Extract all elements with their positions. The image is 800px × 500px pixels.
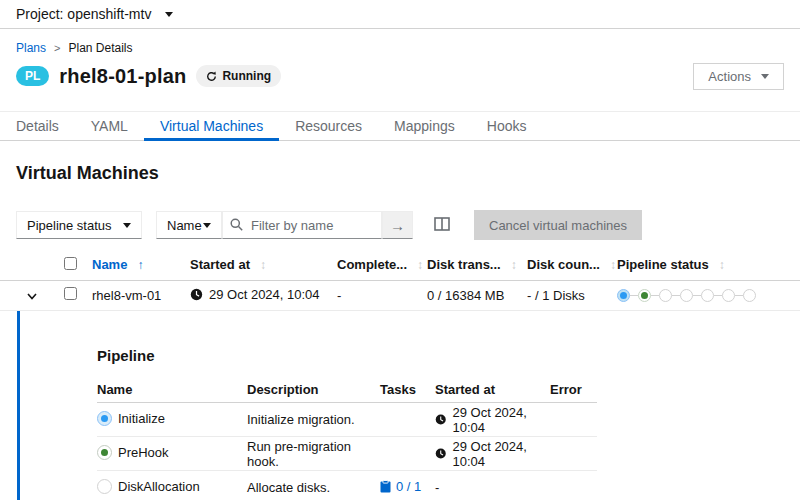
tab-resources[interactable]: Resources <box>279 112 378 140</box>
vm-started-value: 29 Oct 2024, 10:04 <box>209 287 320 302</box>
status-badge-label: Running <box>222 69 271 83</box>
step-started-value: 29 Oct 2024, 10:04 <box>452 405 550 435</box>
select-all-header <box>64 250 92 280</box>
col-name[interactable]: Name↑ <box>92 250 190 280</box>
step-name: PreHook <box>118 445 169 460</box>
pipeline-title: Pipeline <box>97 347 800 364</box>
tab-details[interactable]: Details <box>0 112 75 140</box>
pipeline-step-pending <box>701 289 714 302</box>
pipeline-header-row: Name Description Tasks Started at Error <box>97 377 597 403</box>
breadcrumb-plans-link[interactable]: Plans <box>16 41 46 55</box>
step-description-cell: Run pre-migration hook. <box>247 437 380 471</box>
tab-mappings[interactable]: Mappings <box>378 112 471 140</box>
filter-attribute-select[interactable]: Name <box>156 211 222 239</box>
tab-virtual-machines[interactable]: Virtual Machines <box>144 112 279 140</box>
vm-disk-transfer-cell: 0 / 16384 MB <box>427 280 527 310</box>
actions-button-label: Actions <box>708 69 751 84</box>
pipeline-step-pending <box>659 289 672 302</box>
pipeline-step-running <box>617 289 630 302</box>
pipeline-step-pending <box>722 289 735 302</box>
tasks-count: 0 / 1 <box>380 479 421 494</box>
col-disk-counter[interactable]: Disk coun...↕ <box>527 250 617 280</box>
step-running-icon <box>97 411 112 426</box>
breadcrumb-separator: > <box>54 42 60 54</box>
apply-filter-button[interactable]: → <box>382 211 413 239</box>
step-error-cell <box>550 437 597 471</box>
tab-hooks[interactable]: Hooks <box>471 112 543 140</box>
select-all-checkbox[interactable] <box>64 257 77 270</box>
project-selector-label: Project: openshift-mtv <box>16 6 151 22</box>
col-disk-counter-label: Disk coun... <box>527 257 600 272</box>
step-name: Initialize <box>118 411 165 426</box>
col-started-at[interactable]: Started at↕ <box>190 250 337 280</box>
columns-icon <box>434 217 450 231</box>
expand-cell <box>0 280 64 310</box>
step-name-cell: Initialize <box>97 403 247 437</box>
pipeline-step-pending <box>680 289 693 302</box>
col-completed-at[interactable]: Complete...↕ <box>337 250 427 280</box>
col-name-label: Name <box>92 257 127 272</box>
step-success-icon <box>97 445 112 460</box>
page-header: Plans > Plan Details PL rhel8-01-plan Ru… <box>0 29 800 111</box>
tasks-count-value: 0 / 1 <box>396 479 421 494</box>
vm-completed-cell: - <box>337 280 427 310</box>
step-name: DiskAllocation <box>118 479 200 494</box>
clock-icon <box>435 447 446 460</box>
toolbar: Pipeline status Name → Cancel virtual ma… <box>16 210 784 240</box>
manage-columns-button[interactable] <box>432 215 452 236</box>
project-selector[interactable]: Project: openshift-mtv <box>16 6 173 22</box>
tab-yaml[interactable]: YAML <box>75 112 144 140</box>
step-tasks-cell <box>380 403 435 437</box>
status-badge: Running <box>196 65 281 87</box>
masthead: Project: openshift-mtv <box>0 0 800 29</box>
step-tasks-cell: 0 / 1 <box>380 471 435 500</box>
vm-table: Name↑ Started at↕ Complete...↕ Disk tran… <box>0 250 800 311</box>
title-row: PL rhel8-01-plan Running Actions <box>16 61 784 91</box>
pipeline-row-initialize: Initialize Initialize migration. 29 Oct … <box>97 403 597 437</box>
pipeline-step-success <box>638 289 651 302</box>
col-disk-transfer-label: Disk trans... <box>427 257 501 272</box>
search-wrap <box>222 211 382 239</box>
expanded-row-section: Pipeline Name Description Tasks Started … <box>17 311 800 500</box>
vm-pipeline-status-cell <box>617 280 800 310</box>
clock-icon <box>190 288 203 301</box>
pipeline-status-filter-label: Pipeline status <box>27 218 112 233</box>
pipe-col-name: Name <box>97 377 247 403</box>
row-select-checkbox[interactable] <box>64 287 77 300</box>
vm-table-header-row: Name↑ Started at↕ Complete...↕ Disk tran… <box>0 250 800 280</box>
tab-bar: Details YAML Virtual Machines Resources … <box>0 111 800 141</box>
pipeline-row-prehook: PreHook Run pre-migration hook. 29 Oct 2… <box>97 437 597 471</box>
pipeline-step-pending <box>743 289 756 302</box>
col-started-label: Started at <box>190 257 250 272</box>
col-pipeline-status-label: Pipeline status <box>617 257 709 272</box>
step-description-cell: Initialize migration. <box>247 403 380 437</box>
filter-attribute-label: Name <box>167 218 202 233</box>
plan-kind-badge: PL <box>16 66 49 86</box>
sync-icon <box>206 71 217 82</box>
vm-name-cell: rhel8-vm-01 <box>92 280 190 310</box>
tasks-icon <box>380 480 391 493</box>
step-name-cell: PreHook <box>97 437 247 471</box>
search-input[interactable] <box>222 211 382 239</box>
sort-ascending-icon: ↑ <box>137 258 143 272</box>
step-started-cell: - <box>435 471 550 500</box>
row-expand-toggle[interactable] <box>23 286 41 305</box>
pipe-col-description: Description <box>247 377 380 403</box>
search-icon <box>230 218 243 231</box>
cancel-virtual-machines-button[interactable]: Cancel virtual machines <box>474 210 642 240</box>
vm-table-row: rhel8-vm-01 29 Oct 2024, 10:04 - 0 / 163… <box>0 280 800 310</box>
pipeline-status-filter-select[interactable]: Pipeline status <box>16 211 142 239</box>
vm-disk-counter-cell: - / 1 Disks <box>527 280 617 310</box>
actions-button[interactable]: Actions <box>693 63 784 90</box>
breadcrumb-current: Plan Details <box>68 41 132 55</box>
step-tasks-cell <box>380 437 435 471</box>
pipe-col-tasks: Tasks <box>380 377 435 403</box>
col-pipeline-status[interactable]: Pipeline status↕ <box>617 250 800 280</box>
step-name-cell: DiskAllocation <box>97 471 247 500</box>
pipe-col-error: Error <box>550 377 597 403</box>
pipeline-table: Name Description Tasks Started at Error … <box>97 377 597 500</box>
chevron-down-icon <box>27 293 37 300</box>
step-error-cell <box>550 471 597 500</box>
breadcrumb: Plans > Plan Details <box>16 41 784 54</box>
col-disk-transfer[interactable]: Disk trans...↕ <box>427 250 527 280</box>
